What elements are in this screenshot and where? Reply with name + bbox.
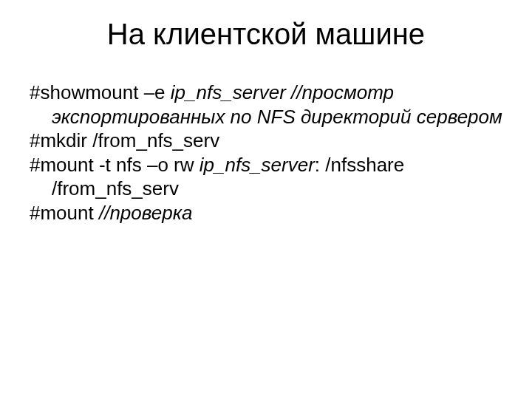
cmd-mount-path: : /nfsshare — [315, 154, 404, 176]
cmd-showmount: #showmount –e — [30, 81, 171, 103]
command-line-1: #showmount –e ip_nfs_server //просмотр — [30, 81, 502, 105]
comment-check: //проверка — [99, 202, 192, 224]
slide-title: На клиентской машине — [30, 18, 502, 51]
command-line-4: #mount //проверка — [30, 201, 502, 225]
cmd-showmount-arg: ip_nfs_server //просмотр — [171, 81, 394, 103]
command-line-3-cont: /from_nfs_serv — [30, 177, 502, 201]
slide-container: На клиентской машине #showmount –e ip_nf… — [0, 0, 532, 399]
cmd-mount-server: ip_nfs_server — [200, 154, 315, 176]
slide-content: #showmount –e ip_nfs_server //просмотр э… — [30, 81, 502, 225]
command-line-3: #mount -t nfs –o rw ip_nfs_server: /nfss… — [30, 153, 502, 177]
cmd-mount-check: #mount — [30, 202, 99, 224]
comment-line-1: экспортированных по NFS директорий серве… — [30, 105, 502, 129]
cmd-mount: #mount -t nfs –o rw — [30, 154, 200, 176]
command-line-2: #mkdir /from_nfs_serv — [30, 129, 502, 153]
